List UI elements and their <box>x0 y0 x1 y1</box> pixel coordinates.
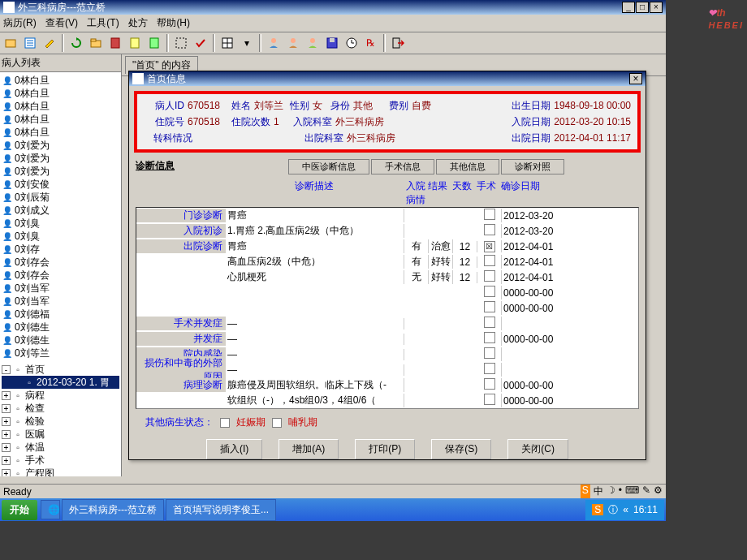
tree-expand-icon[interactable]: + <box>2 417 11 426</box>
tb-time-icon[interactable] <box>343 34 361 52</box>
table-row[interactable]: 并发症—0000-00-00 <box>136 331 638 347</box>
table-row[interactable]: 0000-00-00 <box>136 300 638 316</box>
tray-gear-icon[interactable]: ⚙ <box>654 485 663 498</box>
tb-grid-icon[interactable] <box>218 34 236 52</box>
tb-user3-icon[interactable] <box>304 34 322 52</box>
tree-item[interactable]: +▫手术 <box>2 454 119 467</box>
patient-row[interactable]: 👤0 刘德生 <box>2 321 119 334</box>
patient-row[interactable]: 👤0 刘等兰 <box>2 347 119 360</box>
table-row[interactable]: 门诊诊断胃癌2012-03-20 <box>136 208 638 223</box>
patient-row[interactable]: 👤0 刘爱为 <box>2 152 119 165</box>
patient-row[interactable]: 👤0 刘存会 <box>2 256 119 269</box>
patient-row[interactable]: 👤0 刘德生 <box>2 334 119 347</box>
task-doc[interactable]: 首页填写说明李俊玉... <box>166 499 276 521</box>
patient-row[interactable]: 👤0 刘臭 <box>2 217 119 230</box>
patient-row[interactable]: 👤0 刘存 <box>2 243 119 256</box>
tb-check-icon[interactable] <box>145 34 163 52</box>
surgery-checkbox[interactable] <box>484 301 495 312</box>
tree-expand-icon[interactable]: + <box>2 430 11 439</box>
table-row[interactable]: 0000-00-00 <box>136 285 638 300</box>
menu-help[interactable]: 帮助(H) <box>157 17 190 28</box>
tray-s-icon[interactable]: S <box>592 504 603 515</box>
tree-expand-icon[interactable]: + <box>2 443 11 452</box>
tb-down-icon[interactable]: ▾ <box>238 34 256 52</box>
surgery-checkbox[interactable] <box>484 363 495 374</box>
patient-row[interactable]: 👤0 刘安俊 <box>2 178 119 191</box>
surgery-checkbox[interactable] <box>484 270 495 282</box>
tree-expand-icon[interactable]: + <box>2 456 11 465</box>
tb-edit-icon[interactable] <box>41 34 58 52</box>
save-button[interactable]: 保存(S) <box>431 439 491 459</box>
surgery-checkbox[interactable] <box>484 378 495 390</box>
tree-item[interactable]: +▫检验 <box>2 415 119 428</box>
patient-row[interactable]: 👤0 刘成义 <box>2 204 119 217</box>
close-button[interactable]: × <box>650 2 663 13</box>
table-row[interactable]: 病理诊断腺癌侵及周围软组织。临床上下残（-0000-00-00 <box>136 377 638 393</box>
surgery-checkbox[interactable] <box>484 317 495 328</box>
tray-kbd-icon[interactable]: ⌨ <box>625 485 639 498</box>
surgery-checkbox[interactable] <box>484 209 495 220</box>
add-button[interactable]: 增加(A) <box>279 439 339 459</box>
tree-item[interactable]: +▫医嘱 <box>2 428 119 441</box>
tb-open-icon[interactable] <box>2 34 19 52</box>
patient-row[interactable]: 👤0 刘臭 <box>2 230 119 243</box>
tree-expand-icon[interactable]: - <box>2 365 11 374</box>
tb-sel-icon[interactable] <box>172 34 190 52</box>
print-button[interactable]: 打印(P) <box>355 439 415 459</box>
surgery-checkbox[interactable] <box>484 286 495 297</box>
diag-tab[interactable]: 中医诊断信息 <box>288 159 369 174</box>
tray-info-icon[interactable]: ⓘ <box>608 503 618 517</box>
menu-tools[interactable]: 工具(T) <box>87 17 119 28</box>
surgery-checkbox[interactable] <box>484 332 495 343</box>
tree-expand-icon[interactable]: + <box>2 469 11 477</box>
patient-row[interactable]: 👤0 林白旦 <box>2 100 119 113</box>
tb-rx-icon[interactable]: ℞ <box>362 34 380 52</box>
start-button[interactable]: 开始 <box>2 500 37 520</box>
tree-item[interactable]: +▫病程 <box>2 389 119 402</box>
tree-item[interactable]: +▫体温 <box>2 441 119 454</box>
tb-list-icon[interactable] <box>21 34 39 52</box>
menu-record[interactable]: 病历(R) <box>3 17 37 28</box>
tb-user2-icon[interactable] <box>284 34 302 52</box>
surgery-checkbox[interactable]: ☒ <box>484 241 495 252</box>
tree-item[interactable]: -▫首页 <box>2 363 119 376</box>
insert-button[interactable]: 插入(I) <box>206 439 262 459</box>
tray-pad-icon[interactable]: ✎ <box>642 485 650 498</box>
patient-row[interactable]: 👤0 刘爱为 <box>2 165 119 178</box>
menu-rx[interactable]: 处方 <box>128 17 148 28</box>
patient-row[interactable]: 👤0 刘德福 <box>2 308 119 321</box>
maximize-button[interactable]: □ <box>636 2 649 13</box>
tb-user1-icon[interactable] <box>265 34 283 52</box>
table-row[interactable]: 软组织（-），4sb组0/3，4组0/6（0000-00-00 <box>136 393 638 408</box>
tree-expand-icon[interactable]: + <box>2 404 11 413</box>
tray-lang-icon[interactable]: 中 <box>594 485 603 498</box>
patient-row[interactable]: 👤0 林白旦 <box>2 126 119 139</box>
surgery-checkbox[interactable] <box>484 224 495 235</box>
task-app[interactable]: 外三科病房---范立桥 <box>62 499 164 521</box>
quick-browser-icon[interactable]: 🌐 <box>41 500 60 519</box>
patient-row[interactable]: 👤0 刘存会 <box>2 269 119 282</box>
dialog-close-button[interactable]: × <box>629 73 642 84</box>
patient-row[interactable]: 👤0 刘辰菊 <box>2 191 119 204</box>
surgery-checkbox[interactable] <box>484 394 495 405</box>
menu-view[interactable]: 查看(V) <box>45 17 78 28</box>
tree-item[interactable]: +▫检查 <box>2 402 119 415</box>
diag-tab[interactable]: 诊断对照 <box>501 159 564 174</box>
diag-tab[interactable]: 手术信息 <box>371 159 434 174</box>
table-row[interactable]: 入院初诊1.胃癌 2.高血压病2级（中危）2012-03-20 <box>136 223 638 239</box>
tray-ime-icon[interactable]: S <box>581 485 590 498</box>
patient-row[interactable]: 👤0 刘爱为 <box>2 139 119 152</box>
patient-row[interactable]: 👤0 林白旦 <box>2 113 119 126</box>
table-row[interactable]: 心肌梗死无好转122012-04-01 <box>136 269 638 285</box>
diag-tab[interactable]: 其他信息 <box>436 159 499 174</box>
close-dialog-button[interactable]: 关闭(C) <box>507 439 568 459</box>
lactation-checkbox[interactable] <box>272 418 282 428</box>
tb-folder-icon[interactable] <box>87 34 105 52</box>
patient-row[interactable]: 👤0 林白旦 <box>2 74 119 87</box>
tb-refresh-icon[interactable] <box>67 34 85 52</box>
surgery-checkbox[interactable] <box>484 347 495 359</box>
tree-expand-icon[interactable]: + <box>2 391 11 400</box>
pregnancy-checkbox[interactable] <box>220 418 230 428</box>
tb-ok-icon[interactable] <box>192 34 209 52</box>
table-row[interactable]: 出院诊断胃癌有治愈12☒2012-04-01 <box>136 239 638 254</box>
